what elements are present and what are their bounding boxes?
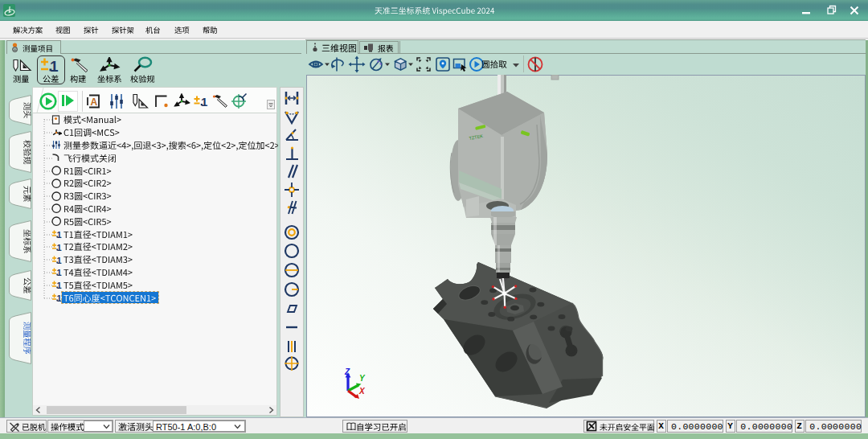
svg-text:1: 1: [57, 230, 62, 240]
svg-text:1: 1: [57, 281, 62, 290]
svg-text:1: 1: [57, 242, 62, 252]
svg-text:1: 1: [57, 293, 62, 303]
svg-text:Y: Y: [359, 374, 366, 383]
svg-text:1: 1: [57, 268, 62, 277]
svg-text:1: 1: [57, 255, 62, 265]
svg-text:A: A: [91, 96, 98, 108]
svg-text:1: 1: [201, 95, 207, 109]
svg-text:X: X: [358, 387, 366, 396]
svg-text:Z: Z: [344, 367, 350, 376]
